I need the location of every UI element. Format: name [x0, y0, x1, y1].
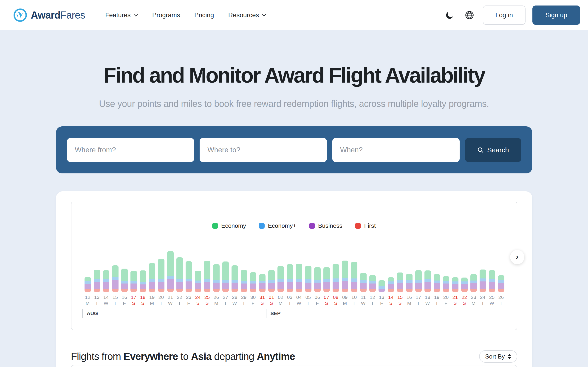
stacked-bar: [452, 277, 458, 292]
dark-mode-toggle-moon-icon[interactable]: [443, 9, 456, 22]
chart-bar-sep-05[interactable]: 05 T: [305, 202, 311, 306]
chart-bar-sep-12[interactable]: 12 T: [369, 202, 376, 306]
chart-bar-sep-06[interactable]: 06 F: [314, 202, 321, 306]
day-of-week-label: T: [353, 300, 355, 306]
nav-item-resources[interactable]: Resources: [228, 11, 267, 19]
chart-bar-aug-19[interactable]: 19 M: [149, 202, 155, 306]
chart-bar-aug-25[interactable]: 25 S: [204, 202, 210, 306]
chart-bar-sep-21[interactable]: 21 S: [452, 202, 458, 306]
date-label: 21: [168, 294, 173, 300]
nav-item-programs[interactable]: Programs: [152, 11, 180, 19]
brand-logo[interactable]: ✈ AwardFares: [13, 8, 85, 23]
stacked-bar: [388, 277, 394, 292]
date-label: 25: [489, 294, 494, 300]
stacked-bar: [360, 273, 367, 292]
chart-bar-aug-13[interactable]: 13 T: [94, 202, 100, 306]
chart-bar-aug-12[interactable]: 12 M: [85, 202, 91, 306]
chart-bar-aug-16[interactable]: 16 F: [121, 202, 128, 306]
stacked-bar: [296, 264, 302, 292]
language-globe-icon[interactable]: [463, 9, 476, 22]
availability-chart: Economy Economy+ Business First 12 M: [71, 202, 517, 330]
date-label: 14: [388, 294, 393, 300]
day-of-week-label: W: [168, 300, 173, 306]
chart-bar-aug-24[interactable]: 24 S: [195, 202, 201, 306]
chart-bar-aug-31[interactable]: 31 S: [259, 202, 266, 306]
nav-item-pricing[interactable]: Pricing: [194, 11, 214, 19]
chart-bar-sep-03[interactable]: 03 T: [287, 202, 293, 306]
results-card: Economy Economy+ Business First 12 M: [56, 191, 532, 367]
date-label: 22: [177, 294, 182, 300]
signup-button[interactable]: Sign up: [532, 6, 580, 25]
date-label: 17: [131, 294, 136, 300]
sort-by-button[interactable]: Sort By: [479, 350, 517, 363]
chart-bar-sep-23[interactable]: 23 M: [470, 202, 477, 306]
date-label: 04: [296, 294, 302, 300]
when-input[interactable]: [332, 138, 460, 162]
day-of-week-label: T: [178, 300, 181, 306]
chart-bar-sep-04[interactable]: 04 W: [296, 202, 302, 306]
stacked-bar: [480, 269, 486, 292]
day-of-week-label: T: [307, 300, 310, 306]
chart-bar-aug-29[interactable]: 29 T: [241, 202, 247, 306]
date-label: 26: [498, 294, 504, 300]
chart-bar-sep-19[interactable]: 19 T: [434, 202, 440, 306]
date-label: 01: [269, 294, 274, 300]
chart-bar-aug-17[interactable]: 17 S: [130, 202, 137, 306]
stacked-bar: [333, 264, 339, 292]
chart-bar-aug-28[interactable]: 28 W: [232, 202, 238, 306]
chart-bar-sep-26[interactable]: 26 T: [498, 202, 504, 306]
login-button[interactable]: Log in: [483, 6, 526, 25]
nav-item-features[interactable]: Features: [105, 11, 138, 19]
day-of-week-label: T: [224, 300, 227, 306]
day-of-week-label: T: [371, 300, 374, 306]
chart-bar-sep-11[interactable]: 11 W: [360, 202, 367, 306]
chart-bar-aug-15[interactable]: 15 T: [112, 202, 119, 306]
chart-next-button[interactable]: ›: [510, 250, 524, 264]
where-to-input[interactable]: [199, 138, 327, 162]
search-button[interactable]: Search: [465, 138, 521, 162]
date-label: 31: [259, 294, 265, 300]
chart-bar-sep-17[interactable]: 17 T: [415, 202, 422, 306]
date-label: 10: [351, 294, 357, 300]
stacked-bar: [369, 275, 376, 292]
chart-bar-sep-13[interactable]: 13 F: [379, 202, 385, 306]
chart-bar-sep-08[interactable]: 08 S: [333, 202, 339, 306]
chart-bar-sep-14[interactable]: 14 S: [388, 202, 394, 306]
stacked-bar: [314, 267, 321, 292]
chart-bar-sep-22[interactable]: 22 S: [461, 202, 468, 306]
chart-bar-aug-22[interactable]: 22 T: [176, 202, 183, 306]
chart-bar-sep-10[interactable]: 10 T: [351, 202, 357, 306]
page-subtitle: Use your points and miles to book free r…: [0, 99, 588, 109]
stacked-bar: [186, 261, 192, 292]
day-of-week-label: M: [150, 300, 154, 306]
stacked-bar: [406, 274, 413, 292]
chart-bar-sep-24[interactable]: 24 T: [480, 202, 486, 306]
chart-bar-aug-14[interactable]: 14 W: [103, 202, 109, 306]
stacked-bar: [461, 277, 468, 292]
chart-bar-aug-30[interactable]: 30 F: [250, 202, 256, 306]
chart-bar-aug-18[interactable]: 18 S: [140, 202, 146, 306]
chart-bar-sep-20[interactable]: 20 F: [443, 202, 449, 306]
chart-bar-sep-01[interactable]: 01 S: [268, 202, 275, 306]
stacked-bar: [434, 274, 440, 292]
chart-bar-aug-21[interactable]: 21 W: [167, 202, 174, 306]
chart-bar-aug-26[interactable]: 26 M: [213, 202, 220, 306]
chart-bar-sep-09[interactable]: 09 M: [342, 202, 348, 306]
stacked-bar: [287, 264, 293, 292]
day-of-week-label: F: [123, 300, 126, 306]
header: ✈ AwardFares Features Programs Pricing R…: [0, 0, 588, 30]
chart-bar-aug-20[interactable]: 20 T: [158, 202, 164, 306]
chart-bar-sep-16[interactable]: 16 M: [406, 202, 413, 306]
stacked-bar: [470, 274, 477, 292]
date-label: 19: [434, 294, 439, 300]
results-heading: Flights from Everywhere to Asia departin…: [71, 351, 295, 362]
where-from-input[interactable]: [67, 138, 194, 162]
chart-bar-aug-23[interactable]: 23 F: [186, 202, 192, 306]
chart-bar-sep-02[interactable]: 02 M: [277, 202, 284, 306]
chart-bar-aug-27[interactable]: 27 T: [222, 202, 229, 306]
chart-bar-sep-25[interactable]: 25 W: [489, 202, 495, 306]
chart-bar-sep-18[interactable]: 18 W: [424, 202, 431, 306]
chart-bar-sep-07[interactable]: 07 S: [323, 202, 330, 306]
chart-bar-sep-15[interactable]: 15 S: [397, 202, 403, 306]
date-label: 25: [204, 294, 210, 300]
